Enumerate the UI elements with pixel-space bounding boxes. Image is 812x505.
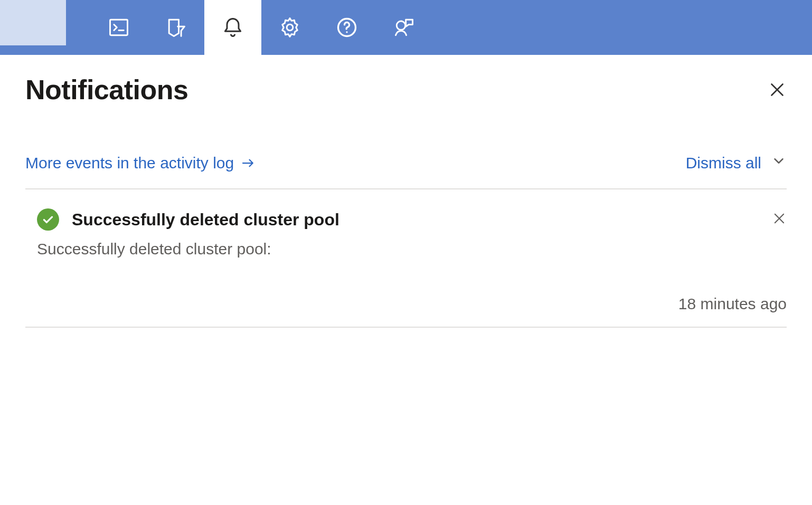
help-icon — [335, 16, 358, 39]
dismiss-all-button[interactable]: Dismiss all — [686, 153, 787, 173]
help-button[interactable] — [318, 0, 375, 55]
check-icon — [41, 213, 55, 226]
notifications-button[interactable] — [204, 0, 261, 55]
search-placeholder-box[interactable] — [0, 0, 66, 45]
svg-rect-0 — [110, 20, 128, 35]
more-events-label: More events in the activity log — [25, 154, 234, 172]
panel-header: Notifications — [25, 74, 787, 106]
arrow-right-icon — [240, 155, 256, 171]
dismiss-notification-button[interactable] — [772, 211, 787, 228]
svg-point-4 — [396, 21, 405, 30]
settings-button[interactable] — [261, 0, 318, 55]
chevron-down-icon — [771, 153, 787, 173]
more-events-link[interactable]: More events in the activity log — [25, 154, 256, 172]
svg-point-1 — [287, 24, 293, 31]
success-status-icon — [37, 208, 59, 231]
notification-item: Successfully deleted cluster pool Succes… — [25, 189, 787, 328]
top-toolbar — [0, 0, 812, 55]
cloud-shell-icon — [107, 16, 130, 39]
close-panel-button[interactable] — [768, 74, 787, 101]
close-icon — [772, 211, 787, 226]
notification-title: Successfully deleted cluster pool — [72, 210, 339, 230]
panel-title: Notifications — [25, 74, 188, 106]
filter-icon — [164, 16, 187, 39]
directory-filter-button[interactable] — [147, 0, 204, 55]
feedback-icon — [392, 16, 416, 39]
panel-actions-row: More events in the activity log Dismiss … — [25, 153, 787, 189]
notification-header: Successfully deleted cluster pool — [25, 208, 787, 231]
settings-icon — [278, 16, 301, 39]
notifications-panel: Notifications More events in the activit… — [0, 55, 812, 328]
svg-point-3 — [346, 31, 347, 33]
notifications-icon — [221, 16, 244, 39]
dismiss-all-label: Dismiss all — [686, 154, 761, 172]
notification-body: Successfully deleted cluster pool: — [25, 240, 787, 258]
cloud-shell-button[interactable] — [90, 0, 147, 55]
feedback-button[interactable] — [375, 0, 432, 55]
close-icon — [768, 80, 787, 99]
notification-title-wrap: Successfully deleted cluster pool — [25, 208, 339, 231]
toolbar-spacer — [66, 0, 90, 55]
notification-timestamp: 18 minutes ago — [25, 295, 787, 313]
